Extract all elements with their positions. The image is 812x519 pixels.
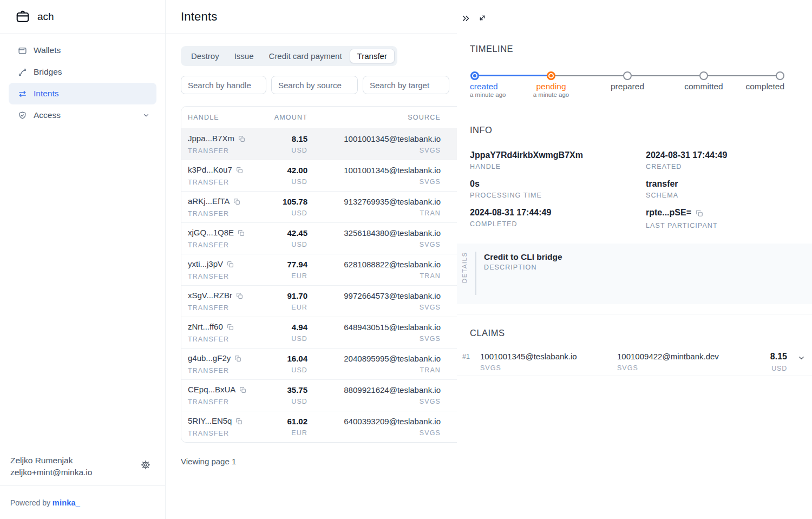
info-field-last-participant: rpte...pSE= LAST PARTICIPANT (646, 208, 718, 229)
row-amount: 105.78 (269, 196, 307, 207)
row-handle: xSgV...RZBr (188, 291, 232, 300)
collapse-panel-icon[interactable] (461, 14, 471, 25)
table-row[interactable]: xjGQ...1Q8ETRANSFER 42.45USD 3256184380@… (181, 222, 483, 254)
row-schema: SVGS (307, 429, 441, 437)
sidebar: ach Wallets (0, 0, 166, 519)
copy-icon[interactable] (235, 417, 243, 427)
sidebar-item-label: Access (34, 110, 61, 120)
copy-icon[interactable] (238, 228, 245, 239)
sidebar-item-bridges[interactable]: Bridges (9, 61, 156, 83)
claim-row[interactable]: #1 1001001345@teslabank.io SVGS 10010094… (457, 349, 812, 376)
details-divider (475, 252, 476, 295)
row-amount: 4.94 (269, 322, 307, 332)
tab-credit-card-payment[interactable]: Credit card payment (261, 49, 350, 63)
copy-icon[interactable] (696, 209, 703, 219)
timeline-track-done (475, 75, 551, 76)
expand-panel-icon[interactable] (478, 14, 487, 24)
row-currency: EUR (269, 429, 307, 437)
row-currency: USD (269, 240, 307, 249)
claim-expand-chevron-icon[interactable] (797, 354, 806, 364)
copy-icon[interactable] (239, 385, 246, 396)
table-row[interactable]: k3Pd...Kou7TRANSFER 42.00USD 1001001345@… (181, 160, 483, 191)
row-schema: SVGS (307, 397, 441, 406)
row-currency: EUR (269, 272, 307, 280)
claim-source: 1001001345@teslabank.io SVGS (480, 352, 577, 372)
app: ach Wallets (0, 0, 812, 519)
copy-icon[interactable] (227, 323, 234, 333)
info-field-schema: transfer SCHEMA (646, 179, 678, 199)
col-header-handle: HANDLE (181, 114, 269, 121)
table-row[interactable]: yxti...j3pVTRANSFER 77.94EUR 6281088822@… (181, 254, 483, 285)
copy-icon[interactable] (236, 291, 243, 301)
claim-currency: USD (770, 365, 787, 372)
tab-transfer[interactable]: Transfer (350, 49, 395, 63)
tab-destroy[interactable]: Destroy (184, 49, 227, 63)
row-source: 1001001345@teslabank.io (307, 165, 441, 175)
timeline-node-prepared (623, 71, 632, 80)
info-value: 0s (470, 179, 542, 189)
copy-icon[interactable] (233, 197, 240, 207)
table-row[interactable]: xSgV...RZBrTRANSFER 91.70EUR 9972664573@… (181, 285, 483, 317)
copy-icon[interactable] (227, 260, 234, 270)
row-source: 9132769935@teslabank.io (307, 196, 441, 207)
row-source: 1001001345@teslabank.io (307, 134, 441, 144)
details-description-value: Credit to CLI bridge (484, 252, 562, 262)
col-header-source: SOURCE (307, 114, 441, 121)
chevron-down-icon (142, 111, 150, 119)
copy-icon[interactable] (238, 134, 245, 144)
search-by-target-input[interactable] (363, 76, 449, 94)
page-title: Intents (181, 10, 217, 24)
row-type: TRANSFER (188, 178, 269, 187)
timeline-node-pending (547, 71, 555, 80)
row-currency: USD (269, 366, 307, 375)
row-handle: Jppa...B7Xm (188, 134, 234, 143)
info-label: HANDLE (470, 163, 583, 170)
table-row[interactable]: CEpq...BxUATRANSFER 35.75USD 8809921624@… (181, 379, 483, 411)
intents-table: HANDLE AMOUNT SOURCE Jppa...B7XmTRANSFER… (181, 106, 484, 443)
sidebar-item-access[interactable]: Access (9, 104, 156, 126)
info-field-processing-time: 0s PROCESSING TIME (470, 179, 542, 199)
timeline-step-label: committed (684, 82, 723, 91)
row-handle: zNrt...ff60 (188, 322, 223, 331)
timeline-step-time: a minute ago (533, 91, 569, 98)
search-by-source-input[interactable] (271, 76, 358, 94)
row-type: TRANSFER (188, 304, 269, 312)
table-row[interactable]: g4ub...gF2yTRANSFER 16.04USD 2040895995@… (181, 348, 483, 379)
table-row[interactable]: 5RIY...EN5qTRANSFER 61.02EUR 6400393209@… (181, 411, 483, 442)
table-row[interactable]: aRKj...EfTATRANSFER 105.78USD 9132769935… (181, 191, 483, 222)
user-email: zeljko+mint@minka.io (10, 467, 92, 478)
row-type: TRANSFER (188, 209, 269, 218)
row-amount: 8.15 (269, 134, 307, 144)
info-field-completed: 2024-08-31 17:44:49 COMPLETED (470, 208, 551, 228)
claim-target: 1001009422@mintbank.dev SVGS (617, 352, 719, 372)
row-type: TRANSFER (188, 272, 269, 281)
row-handle: k3Pd...Kou7 (188, 165, 232, 174)
copy-icon[interactable] (236, 166, 243, 176)
search-by-handle-input[interactable] (181, 76, 266, 94)
copy-icon[interactable] (234, 354, 241, 364)
row-amount: 61.02 (269, 416, 307, 426)
row-schema: TRAN (307, 209, 441, 218)
sidebar-item-wallets[interactable]: Wallets (9, 40, 156, 61)
claim-target-schema: SVGS (617, 364, 719, 372)
timeline-step-time: a minute ago (470, 91, 506, 98)
tab-issue[interactable]: Issue (227, 49, 261, 63)
info-label: LAST PARTICIPANT (646, 222, 718, 229)
sidebar-item-intents[interactable]: Intents (9, 83, 156, 104)
table-row[interactable]: Jppa...B7XmTRANSFER 8.15USD 1001001345@t… (181, 128, 483, 160)
user-info: Zeljko Rumenjak zeljko+mint@minka.io (10, 455, 92, 478)
timeline-step-label: prepared (611, 82, 644, 91)
row-currency: USD (269, 209, 307, 218)
detail-panel: TIMELINE created pending prepared commit… (457, 0, 812, 519)
details-section: DETAILS Credit to CLI bridge DESCRIPTION (457, 244, 812, 304)
shield-icon (18, 111, 27, 120)
brand-link[interactable]: minka_ (53, 498, 80, 507)
info-field-handle: JppaY7Rd4irkbXwmgB7Xm HANDLE (470, 150, 583, 170)
row-handle: yxti...j3pV (188, 259, 223, 268)
settings-gear-icon[interactable] (140, 459, 151, 470)
info-value: 2024-08-31 17:44:49 (470, 208, 551, 218)
claim-source-schema: SVGS (480, 364, 577, 372)
row-source: 3256184380@teslabank.io (307, 228, 441, 238)
table-row[interactable]: zNrt...ff60TRANSFER 4.94USD 6489430515@t… (181, 317, 483, 348)
claim-index: #1 (462, 353, 470, 360)
